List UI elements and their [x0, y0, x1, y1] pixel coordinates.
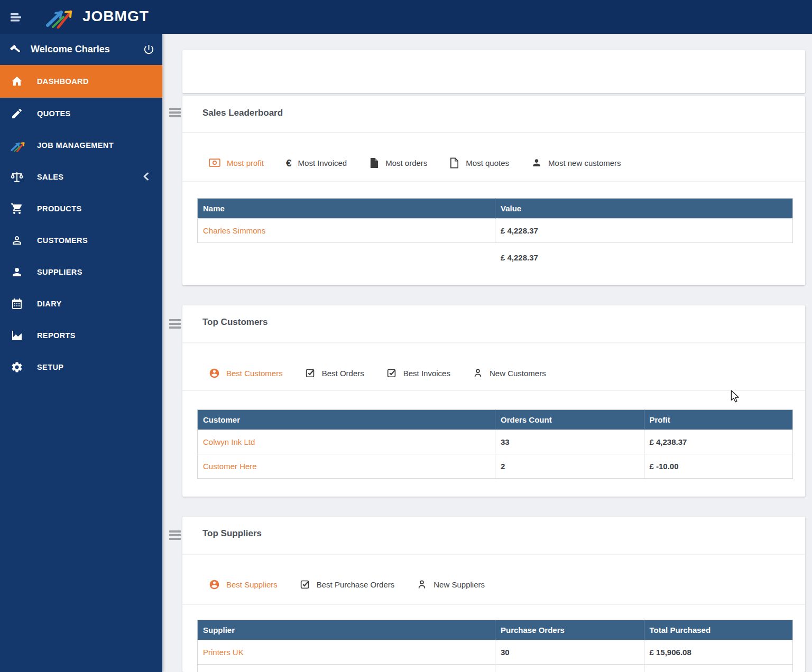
account-circle-icon	[209, 579, 220, 590]
checkbox-checked-icon	[386, 368, 397, 378]
column-header-customer: Customer	[198, 410, 495, 430]
sidebar-item-label: DIARY	[37, 300, 62, 308]
divider	[182, 604, 805, 605]
purchase-orders-cell: 30	[495, 640, 644, 665]
tab-label: Most Invoiced	[298, 158, 347, 167]
tab-best-suppliers[interactable]: Best Suppliers	[209, 579, 278, 590]
checkbox-checked-icon	[305, 368, 316, 378]
tab-label: New Customers	[490, 369, 546, 378]
divider	[182, 132, 805, 133]
column-header-total-purchased: Total Purchased	[644, 620, 793, 640]
top-suppliers-tabs: Best Suppliers Best Purchase Orders New …	[209, 575, 485, 594]
profit-cell: £ -10.00	[644, 454, 793, 479]
column-header-name: Name	[198, 199, 495, 219]
sidebar-item-label: CUSTOMERS	[37, 236, 88, 245]
sidebar-item-reports[interactable]: REPORTS	[0, 320, 162, 351]
tab-best-purchase-orders[interactable]: Best Purchase Orders	[300, 579, 395, 590]
gear-icon	[11, 361, 23, 374]
gavel-icon	[10, 43, 22, 56]
sidebar-item-quotes[interactable]: QUOTES	[0, 98, 162, 129]
logo-arrows-icon	[45, 4, 78, 29]
orders-count-cell: 2	[495, 454, 644, 479]
power-icon[interactable]	[143, 43, 155, 58]
customer-link[interactable]: Colwyn Ink Ltd	[203, 437, 255, 446]
table-row-partial	[198, 665, 793, 672]
tab-label: Best Suppliers	[226, 580, 278, 589]
tab-label: Most profit	[227, 158, 264, 167]
account-circle-icon	[209, 368, 220, 379]
tab-label: Best Purchase Orders	[317, 580, 395, 589]
sales-leaderboard-tabs: Most profit € Most Invoiced Most orders …	[209, 153, 621, 172]
tab-label: Best Customers	[226, 369, 283, 378]
tab-label: Most orders	[385, 158, 427, 167]
menu-icon[interactable]	[10, 12, 22, 23]
sales-leaderboard-card: Sales Leaderboard Most profit € Most Inv…	[182, 96, 805, 285]
tab-label: New Suppliers	[433, 580, 485, 589]
tab-label: Most new customers	[548, 158, 621, 167]
app-root: JOBMGT Welcome Charles	[0, 0, 812, 672]
file-filled-icon	[369, 157, 379, 169]
app-title: JOBMGT	[82, 8, 149, 25]
column-header-purchase-orders: Purchase Orders	[495, 620, 644, 640]
tab-label: Best Orders	[322, 369, 364, 378]
sidebar-item-job-management[interactable]: JOB MANAGEMENT	[0, 129, 162, 161]
sidebar-item-label: JOB MANAGEMENT	[37, 141, 114, 150]
top-suppliers-table: Supplier Purchase Orders Total Purchased…	[197, 620, 793, 672]
supplier-link[interactable]: Printers UK	[203, 648, 244, 657]
sidebar-item-label: DASHBOARD	[37, 77, 89, 86]
column-header-value: Value	[495, 199, 793, 219]
tab-most-invoiced[interactable]: € Most Invoiced	[286, 158, 347, 168]
chevron-left-icon[interactable]	[142, 172, 150, 183]
profit-cell: £ 4,238.37	[644, 430, 793, 454]
sidebar-item-sales[interactable]: SALES	[0, 161, 162, 193]
tab-most-quotes[interactable]: Most quotes	[449, 157, 509, 169]
top-customers-table: Customer Orders Count Profit Colwyn Ink …	[197, 409, 793, 479]
divider	[182, 342, 805, 343]
table-row: Charles Simmons £ 4,228.37	[198, 219, 793, 243]
pencil-icon	[11, 107, 23, 120]
top-customers-card: Top Customers Best Customers Best Orders	[182, 305, 805, 497]
divider	[182, 390, 805, 391]
sidebar: Welcome Charles DASHBOARD QUOTES	[0, 34, 162, 672]
orders-count-cell: 33	[495, 430, 644, 454]
drag-handle-icon[interactable]	[169, 530, 181, 540]
sidebar-nav: DASHBOARD QUOTES JOB	[0, 65, 162, 383]
tab-most-orders[interactable]: Most orders	[369, 157, 427, 169]
value-cell: £ 4,228.37	[495, 219, 793, 243]
card-title: Top Customers	[202, 317, 267, 328]
tab-most-new-customers[interactable]: Most new customers	[531, 157, 621, 168]
topbar: JOBMGT	[0, 0, 812, 34]
tab-most-profit[interactable]: Most profit	[209, 158, 264, 167]
calendar-icon	[11, 297, 23, 310]
app-logo[interactable]: JOBMGT	[45, 4, 149, 29]
sidebar-item-customers[interactable]: CUSTOMERS	[0, 225, 162, 256]
tab-new-customers[interactable]: New Customers	[473, 368, 546, 378]
drag-handle-icon[interactable]	[169, 108, 181, 118]
cart-icon	[11, 202, 23, 215]
sidebar-welcome-row: Welcome Charles	[0, 34, 162, 65]
table-row: Printers UK 30 £ 15,906.08	[198, 640, 793, 665]
sidebar-item-label: SETUP	[37, 363, 63, 371]
sidebar-item-diary[interactable]: DIARY	[0, 288, 162, 320]
tab-best-customers[interactable]: Best Customers	[209, 368, 283, 379]
sidebar-item-products[interactable]: PRODUCTS	[0, 193, 162, 225]
tab-label: Most quotes	[466, 158, 509, 167]
checkbox-checked-icon	[300, 579, 310, 590]
table-row: Customer Here 2 £ -10.00	[198, 454, 793, 479]
tab-new-suppliers[interactable]: New Suppliers	[417, 579, 485, 590]
sidebar-item-label: QUOTES	[37, 109, 71, 118]
empty-panel	[182, 50, 805, 93]
sidebar-item-setup[interactable]: SETUP	[0, 351, 162, 383]
drag-handle-icon[interactable]	[169, 319, 181, 329]
sidebar-item-suppliers[interactable]: SUPPLIERS	[0, 256, 162, 288]
tab-label: Best Invoices	[403, 369, 450, 378]
home-icon	[11, 75, 23, 88]
salesperson-link[interactable]: Charles Simmons	[203, 226, 265, 235]
person-outline-icon	[11, 234, 23, 247]
tab-best-invoices[interactable]: Best Invoices	[386, 368, 450, 378]
sidebar-item-label: PRODUCTS	[37, 204, 82, 213]
tab-best-orders[interactable]: Best Orders	[305, 368, 364, 378]
sidebar-item-dashboard[interactable]: DASHBOARD	[0, 65, 162, 98]
customer-link[interactable]: Customer Here	[203, 462, 257, 471]
sales-leaderboard-table: Name Value Charles Simmons £ 4,228.37	[197, 198, 793, 243]
